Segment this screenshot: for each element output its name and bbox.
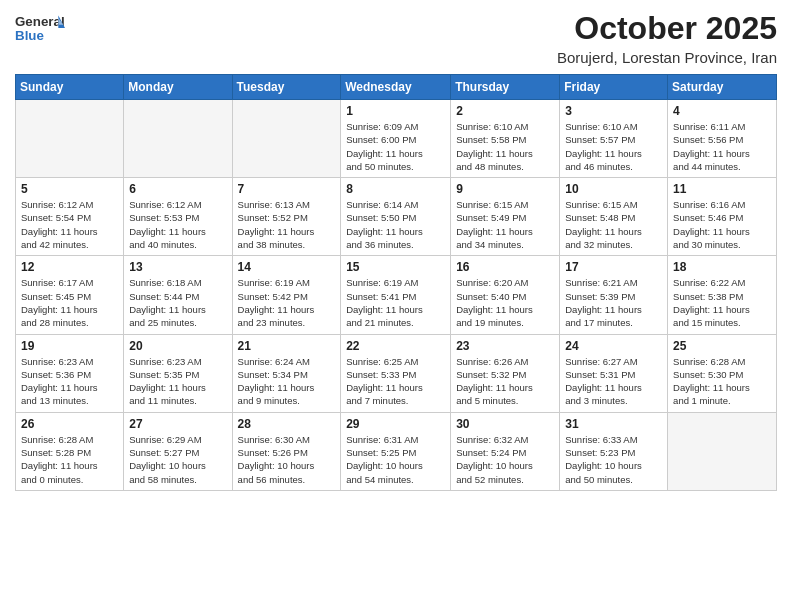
day-info: Sunrise: 6:12 AM Sunset: 5:53 PM Dayligh… xyxy=(129,198,226,251)
day-cell: 6Sunrise: 6:12 AM Sunset: 5:53 PM Daylig… xyxy=(124,178,232,256)
day-number: 28 xyxy=(238,417,336,431)
day-cell: 2Sunrise: 6:10 AM Sunset: 5:58 PM Daylig… xyxy=(451,100,560,178)
day-cell: 21Sunrise: 6:24 AM Sunset: 5:34 PM Dayli… xyxy=(232,334,341,412)
day-cell: 13Sunrise: 6:18 AM Sunset: 5:44 PM Dayli… xyxy=(124,256,232,334)
day-number: 20 xyxy=(129,339,226,353)
day-number: 12 xyxy=(21,260,118,274)
col-sunday: Sunday xyxy=(16,75,124,100)
col-tuesday: Tuesday xyxy=(232,75,341,100)
day-info: Sunrise: 6:30 AM Sunset: 5:26 PM Dayligh… xyxy=(238,433,336,486)
col-monday: Monday xyxy=(124,75,232,100)
day-number: 2 xyxy=(456,104,554,118)
day-cell: 24Sunrise: 6:27 AM Sunset: 5:31 PM Dayli… xyxy=(560,334,668,412)
col-wednesday: Wednesday xyxy=(341,75,451,100)
day-cell xyxy=(232,100,341,178)
day-info: Sunrise: 6:15 AM Sunset: 5:48 PM Dayligh… xyxy=(565,198,662,251)
day-number: 4 xyxy=(673,104,771,118)
day-cell: 9Sunrise: 6:15 AM Sunset: 5:49 PM Daylig… xyxy=(451,178,560,256)
day-info: Sunrise: 6:17 AM Sunset: 5:45 PM Dayligh… xyxy=(21,276,118,329)
day-number: 5 xyxy=(21,182,118,196)
day-info: Sunrise: 6:12 AM Sunset: 5:54 PM Dayligh… xyxy=(21,198,118,251)
week-row-5: 26Sunrise: 6:28 AM Sunset: 5:28 PM Dayli… xyxy=(16,412,777,490)
day-info: Sunrise: 6:23 AM Sunset: 5:35 PM Dayligh… xyxy=(129,355,226,408)
day-number: 26 xyxy=(21,417,118,431)
day-cell: 14Sunrise: 6:19 AM Sunset: 5:42 PM Dayli… xyxy=(232,256,341,334)
day-number: 21 xyxy=(238,339,336,353)
day-info: Sunrise: 6:23 AM Sunset: 5:36 PM Dayligh… xyxy=(21,355,118,408)
day-info: Sunrise: 6:15 AM Sunset: 5:49 PM Dayligh… xyxy=(456,198,554,251)
day-cell: 19Sunrise: 6:23 AM Sunset: 5:36 PM Dayli… xyxy=(16,334,124,412)
day-cell: 30Sunrise: 6:32 AM Sunset: 5:24 PM Dayli… xyxy=(451,412,560,490)
day-number: 11 xyxy=(673,182,771,196)
day-cell: 31Sunrise: 6:33 AM Sunset: 5:23 PM Dayli… xyxy=(560,412,668,490)
day-cell xyxy=(16,100,124,178)
day-cell: 23Sunrise: 6:26 AM Sunset: 5:32 PM Dayli… xyxy=(451,334,560,412)
day-cell: 25Sunrise: 6:28 AM Sunset: 5:30 PM Dayli… xyxy=(668,334,777,412)
weekday-header-row: Sunday Monday Tuesday Wednesday Thursday… xyxy=(16,75,777,100)
day-info: Sunrise: 6:32 AM Sunset: 5:24 PM Dayligh… xyxy=(456,433,554,486)
day-number: 14 xyxy=(238,260,336,274)
day-info: Sunrise: 6:27 AM Sunset: 5:31 PM Dayligh… xyxy=(565,355,662,408)
day-number: 16 xyxy=(456,260,554,274)
day-number: 3 xyxy=(565,104,662,118)
header: General Blue October 2025 Borujerd, Lore… xyxy=(15,10,777,66)
day-cell: 15Sunrise: 6:19 AM Sunset: 5:41 PM Dayli… xyxy=(341,256,451,334)
day-info: Sunrise: 6:25 AM Sunset: 5:33 PM Dayligh… xyxy=(346,355,445,408)
day-cell: 20Sunrise: 6:23 AM Sunset: 5:35 PM Dayli… xyxy=(124,334,232,412)
day-number: 17 xyxy=(565,260,662,274)
day-info: Sunrise: 6:21 AM Sunset: 5:39 PM Dayligh… xyxy=(565,276,662,329)
day-info: Sunrise: 6:28 AM Sunset: 5:30 PM Dayligh… xyxy=(673,355,771,408)
day-info: Sunrise: 6:18 AM Sunset: 5:44 PM Dayligh… xyxy=(129,276,226,329)
day-info: Sunrise: 6:14 AM Sunset: 5:50 PM Dayligh… xyxy=(346,198,445,251)
day-cell: 1Sunrise: 6:09 AM Sunset: 6:00 PM Daylig… xyxy=(341,100,451,178)
day-number: 6 xyxy=(129,182,226,196)
day-number: 31 xyxy=(565,417,662,431)
day-info: Sunrise: 6:10 AM Sunset: 5:58 PM Dayligh… xyxy=(456,120,554,173)
day-cell: 22Sunrise: 6:25 AM Sunset: 5:33 PM Dayli… xyxy=(341,334,451,412)
day-cell: 4Sunrise: 6:11 AM Sunset: 5:56 PM Daylig… xyxy=(668,100,777,178)
day-number: 8 xyxy=(346,182,445,196)
logo-icon: General Blue xyxy=(15,10,65,46)
day-info: Sunrise: 6:26 AM Sunset: 5:32 PM Dayligh… xyxy=(456,355,554,408)
day-info: Sunrise: 6:09 AM Sunset: 6:00 PM Dayligh… xyxy=(346,120,445,173)
day-cell: 26Sunrise: 6:28 AM Sunset: 5:28 PM Dayli… xyxy=(16,412,124,490)
day-cell: 10Sunrise: 6:15 AM Sunset: 5:48 PM Dayli… xyxy=(560,178,668,256)
day-number: 29 xyxy=(346,417,445,431)
month-title: October 2025 xyxy=(557,10,777,47)
day-cell: 18Sunrise: 6:22 AM Sunset: 5:38 PM Dayli… xyxy=(668,256,777,334)
week-row-1: 1Sunrise: 6:09 AM Sunset: 6:00 PM Daylig… xyxy=(16,100,777,178)
day-cell: 27Sunrise: 6:29 AM Sunset: 5:27 PM Dayli… xyxy=(124,412,232,490)
day-number: 23 xyxy=(456,339,554,353)
day-number: 30 xyxy=(456,417,554,431)
svg-text:Blue: Blue xyxy=(15,28,44,43)
day-number: 13 xyxy=(129,260,226,274)
page: General Blue October 2025 Borujerd, Lore… xyxy=(0,0,792,612)
day-info: Sunrise: 6:33 AM Sunset: 5:23 PM Dayligh… xyxy=(565,433,662,486)
day-info: Sunrise: 6:13 AM Sunset: 5:52 PM Dayligh… xyxy=(238,198,336,251)
week-row-3: 12Sunrise: 6:17 AM Sunset: 5:45 PM Dayli… xyxy=(16,256,777,334)
day-info: Sunrise: 6:31 AM Sunset: 5:25 PM Dayligh… xyxy=(346,433,445,486)
day-number: 15 xyxy=(346,260,445,274)
day-number: 9 xyxy=(456,182,554,196)
day-number: 18 xyxy=(673,260,771,274)
day-number: 25 xyxy=(673,339,771,353)
day-info: Sunrise: 6:11 AM Sunset: 5:56 PM Dayligh… xyxy=(673,120,771,173)
day-info: Sunrise: 6:24 AM Sunset: 5:34 PM Dayligh… xyxy=(238,355,336,408)
day-info: Sunrise: 6:19 AM Sunset: 5:41 PM Dayligh… xyxy=(346,276,445,329)
week-row-2: 5Sunrise: 6:12 AM Sunset: 5:54 PM Daylig… xyxy=(16,178,777,256)
col-thursday: Thursday xyxy=(451,75,560,100)
col-saturday: Saturday xyxy=(668,75,777,100)
day-cell: 11Sunrise: 6:16 AM Sunset: 5:46 PM Dayli… xyxy=(668,178,777,256)
day-cell: 8Sunrise: 6:14 AM Sunset: 5:50 PM Daylig… xyxy=(341,178,451,256)
day-info: Sunrise: 6:22 AM Sunset: 5:38 PM Dayligh… xyxy=(673,276,771,329)
day-number: 19 xyxy=(21,339,118,353)
day-cell xyxy=(124,100,232,178)
day-info: Sunrise: 6:10 AM Sunset: 5:57 PM Dayligh… xyxy=(565,120,662,173)
day-cell: 17Sunrise: 6:21 AM Sunset: 5:39 PM Dayli… xyxy=(560,256,668,334)
day-number: 24 xyxy=(565,339,662,353)
day-info: Sunrise: 6:28 AM Sunset: 5:28 PM Dayligh… xyxy=(21,433,118,486)
week-row-4: 19Sunrise: 6:23 AM Sunset: 5:36 PM Dayli… xyxy=(16,334,777,412)
day-cell: 29Sunrise: 6:31 AM Sunset: 5:25 PM Dayli… xyxy=(341,412,451,490)
day-cell: 5Sunrise: 6:12 AM Sunset: 5:54 PM Daylig… xyxy=(16,178,124,256)
day-cell: 3Sunrise: 6:10 AM Sunset: 5:57 PM Daylig… xyxy=(560,100,668,178)
